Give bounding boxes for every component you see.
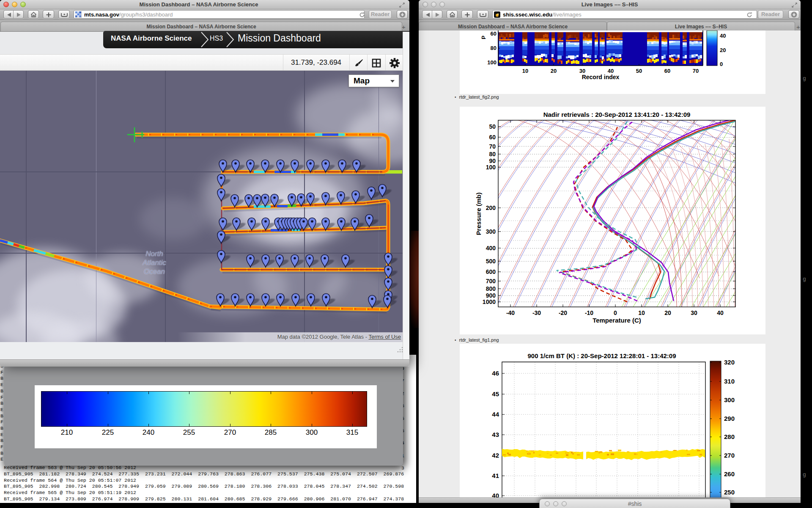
svg-text:40: 40	[717, 309, 724, 316]
svg-text:100: 100	[487, 59, 497, 66]
svg-text:100: 100	[486, 164, 496, 171]
svg-text:80: 80	[489, 151, 496, 157]
svg-text:310: 310	[724, 378, 735, 385]
svg-text:1000: 1000	[483, 298, 496, 305]
svg-text:60: 60	[664, 68, 670, 74]
svg-text:600: 600	[486, 268, 496, 275]
svg-text:Nadir retrievals : 20-Sep-2012: Nadir retrievals : 20-Sep-2012 13:41:20 …	[543, 111, 691, 118]
svg-text:46: 46	[492, 370, 499, 377]
svg-text:-20: -20	[559, 309, 567, 316]
svg-text:-40: -40	[506, 309, 515, 316]
svg-text:P: P	[481, 36, 487, 39]
svg-text:43: 43	[492, 431, 499, 438]
svg-text:40: 40	[492, 492, 499, 498]
svg-text:40: 40	[720, 33, 726, 39]
svg-text:60: 60	[491, 30, 497, 37]
svg-text:280: 280	[724, 433, 735, 440]
svg-text:70: 70	[693, 68, 699, 74]
svg-text:10: 10	[522, 68, 528, 74]
svg-text:700: 700	[486, 278, 496, 284]
svg-text:44: 44	[492, 411, 499, 418]
svg-text:0: 0	[720, 61, 723, 67]
svg-text:90: 90	[489, 157, 496, 164]
svg-text:45: 45	[492, 390, 499, 398]
svg-text:10: 10	[638, 309, 645, 316]
svg-text:250: 250	[724, 489, 735, 496]
svg-text:260: 260	[724, 470, 735, 478]
svg-text:20: 20	[720, 47, 726, 53]
svg-text:290: 290	[724, 415, 735, 422]
svg-text:900 1/cm BT (K) : 20-Sep-2012: 900 1/cm BT (K) : 20-Sep-2012 12:28:01 -…	[527, 352, 676, 359]
svg-text:Record index: Record index	[582, 74, 620, 80]
svg-text:-30: -30	[532, 309, 541, 316]
svg-text:500: 500	[486, 258, 496, 265]
svg-text:900: 900	[486, 292, 496, 299]
svg-text:300: 300	[724, 396, 735, 403]
svg-text:50: 50	[636, 68, 642, 74]
svg-text:42: 42	[492, 452, 499, 459]
svg-text:200: 200	[486, 204, 496, 211]
svg-text:Temperature (C): Temperature (C)	[593, 317, 641, 324]
svg-text:-10: -10	[585, 309, 593, 316]
svg-text:320: 320	[724, 359, 735, 366]
svg-text:Pressure (mb): Pressure (mb)	[475, 193, 482, 235]
svg-text:30: 30	[691, 309, 697, 316]
svg-text:30: 30	[579, 68, 585, 74]
svg-text:50: 50	[489, 123, 496, 130]
svg-text:400: 400	[486, 245, 496, 251]
svg-text:20: 20	[664, 309, 671, 316]
svg-text:80: 80	[491, 45, 497, 51]
svg-text:0: 0	[614, 309, 617, 316]
svg-text:40: 40	[608, 68, 614, 74]
svg-text:41: 41	[492, 472, 499, 479]
svg-text:70: 70	[489, 143, 496, 150]
svg-text:60: 60	[489, 134, 496, 141]
svg-text:800: 800	[486, 285, 496, 292]
svg-text:270: 270	[724, 452, 735, 459]
svg-text:20: 20	[551, 68, 557, 74]
svg-text:300: 300	[486, 228, 496, 235]
